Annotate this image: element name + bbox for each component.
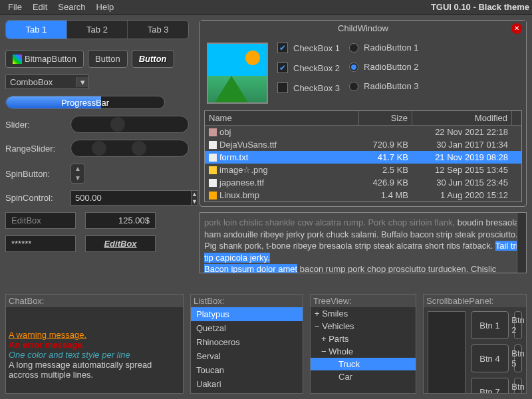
scrollpanel-label: ScrollbablePanel:: [424, 295, 526, 307]
list-item[interactable]: Uakari: [191, 377, 303, 391]
tab-bar: Tab 1 Tab 2 Tab 3: [5, 20, 189, 39]
picture-icon: [207, 43, 268, 104]
col-size[interactable]: Size: [359, 111, 412, 125]
tab-2[interactable]: Tab 2: [67, 21, 128, 39]
bitmap-button[interactable]: BitmapButton: [5, 50, 84, 68]
tree-node[interactable]: + Parts: [311, 332, 416, 345]
progressbar: ProgressBar: [5, 96, 165, 109]
bitmap-icon: [13, 55, 22, 64]
scrollbar-v[interactable]: [512, 111, 521, 125]
menu-search[interactable]: Search: [53, 1, 90, 13]
list-item[interactable]: Platypus: [191, 307, 303, 321]
combobox[interactable]: ComboBox ▾: [5, 74, 89, 89]
checkbox-3[interactable]: CheckBox 3: [277, 82, 340, 93]
file-icon: [209, 179, 217, 187]
spin-control[interactable]: ▲▼: [70, 190, 137, 205]
panel-button-4[interactable]: Btn 5: [514, 344, 522, 372]
tree-node[interactable]: Truck: [311, 358, 416, 370]
file-list[interactable]: Name Size Modified obj22 Nov 2021 22:18D…: [204, 110, 522, 202]
spinctl-label: SpinControl:: [5, 193, 65, 203]
tab-1[interactable]: Tab 1: [6, 21, 67, 39]
menubar: File Edit Search Help TGUI 0.10 - Black …: [0, 0, 532, 15]
tree-node[interactable]: − Whole: [311, 345, 416, 358]
spin-input[interactable]: [70, 190, 192, 205]
radio-icon[interactable]: [349, 63, 358, 72]
slider-label: Slider:: [5, 120, 65, 130]
chatbox-label: ChatBox:: [6, 295, 183, 307]
file-row[interactable]: obj22 Nov 2021 22:18: [205, 126, 521, 138]
scrollbar-v[interactable]: [428, 311, 466, 394]
checkbox-icon[interactable]: [277, 82, 288, 93]
menu-edit[interactable]: Edit: [27, 1, 53, 13]
file-row[interactable]: Linux.bmp1.4 MB1 Aug 2020 15:12: [205, 189, 521, 201]
menu-file[interactable]: File: [3, 1, 27, 13]
editbox-label[interactable]: EditBox: [85, 235, 156, 252]
file-icon: [209, 166, 217, 174]
checkbox-2[interactable]: CheckBox 2: [277, 63, 340, 73]
checkbox-1[interactable]: CheckBox 1: [277, 43, 340, 53]
panel-button-1[interactable]: Btn 1: [471, 311, 509, 339]
spin-button[interactable]: ▲▼: [70, 164, 85, 184]
checkbox-icon[interactable]: [277, 43, 288, 53]
col-modified[interactable]: Modified: [412, 111, 512, 125]
panel-button-3[interactable]: Btn 4: [471, 344, 509, 372]
file-icon: [209, 128, 217, 136]
panel-button-5[interactable]: Btn 7: [471, 378, 509, 394]
scrollable-panel[interactable]: Btn 1Btn 2Btn 4Btn 5Btn 7Btn 8: [424, 307, 526, 394]
tree-node[interactable]: − Vehicles: [311, 320, 416, 332]
child-window: ChildWindow ✕ CheckBox 1CheckBox 2CheckB…: [200, 20, 527, 207]
file-icon: [209, 192, 217, 200]
file-row[interactable]: DejaVuSans.ttf720.9 KB30 Jan 2017 01:34: [205, 138, 521, 151]
radio-2[interactable]: RadioButton 2: [349, 62, 418, 72]
listbox-label: ListBox:: [191, 295, 303, 307]
list-item[interactable]: Serval: [191, 349, 303, 363]
chevron-down-icon[interactable]: ▾: [76, 77, 88, 87]
radio-3[interactable]: RadioButton 3: [349, 81, 418, 91]
file-icon: [209, 141, 217, 149]
range-slider[interactable]: [70, 140, 189, 157]
slider[interactable]: [70, 116, 189, 133]
panel-button-2[interactable]: Btn 2: [514, 311, 522, 339]
tree-node[interactable]: Car: [311, 370, 416, 383]
radio-icon[interactable]: [349, 82, 358, 91]
listbox[interactable]: PlatypusQuetzalRhinocerosServalToucanUak…: [191, 307, 303, 393]
list-item[interactable]: Quetzal: [191, 321, 303, 335]
tab-3[interactable]: Tab 3: [128, 21, 188, 39]
editbox-hint[interactable]: EditBox: [5, 212, 76, 229]
menu-help[interactable]: Help: [91, 1, 120, 13]
close-icon[interactable]: ✕: [511, 23, 522, 34]
panel-button-6[interactable]: Btn 8: [514, 378, 522, 394]
window-title: TGUI 0.10 - Black theme: [431, 2, 529, 12]
scrollbar-v[interactable]: [517, 213, 526, 273]
textarea[interactable]: pork loin chislic shankle cow alcatra ru…: [200, 212, 527, 273]
col-name[interactable]: Name: [205, 111, 359, 125]
styled-button[interactable]: Button: [132, 50, 174, 68]
range-label: RangeSlider:: [5, 144, 65, 154]
file-row[interactable]: form.txt41.7 KB21 Nov 2019 08:28: [205, 151, 521, 164]
plain-button[interactable]: Button: [88, 50, 128, 68]
editbox-money[interactable]: 125.00$: [85, 212, 156, 229]
checkbox-icon[interactable]: [277, 63, 288, 73]
treeview-label: TreeView:: [311, 295, 416, 307]
combobox-value: ComboBox: [6, 77, 76, 87]
editbox-password[interactable]: ******: [5, 235, 76, 252]
treeview[interactable]: + Smiles− Vehicles+ Parts− Whole Truck C…: [311, 307, 416, 393]
radio-1[interactable]: RadioButton 1: [349, 43, 418, 53]
list-item[interactable]: Toucan: [191, 363, 303, 377]
childwin-title[interactable]: ChildWindow ✕: [200, 21, 526, 36]
radio-icon[interactable]: [349, 43, 358, 53]
file-row[interactable]: japanese.ttf426.9 KB30 Jun 2015 23:45: [205, 176, 521, 189]
spinbtn-label: SpinButton:: [5, 169, 65, 179]
list-item[interactable]: Rhinoceros: [191, 335, 303, 349]
file-icon: [209, 154, 217, 162]
chatbox[interactable]: A warning message. An error message. One…: [6, 307, 183, 393]
tree-node[interactable]: + Smiles: [311, 307, 416, 320]
file-row[interactable]: image☆.png2.5 KB12 Sep 2015 13:45: [205, 164, 521, 176]
